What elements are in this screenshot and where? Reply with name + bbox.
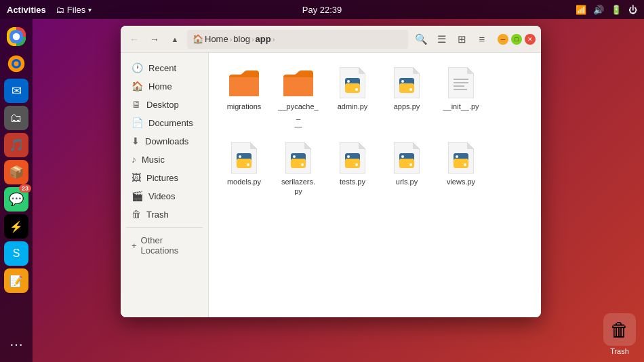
svg-point-45 bbox=[401, 155, 404, 158]
topbar: Activities 🗂 Files ▾ Pay 22:39 📶 🔊 🔋 ⏻ bbox=[0, 0, 644, 19]
svg-point-28 bbox=[247, 163, 249, 166]
fm-sidebar: 🕐 Recent 🏠 Home 🖥 Desktop 📄 Documents ⬇ … bbox=[121, 53, 209, 317]
dock-files[interactable]: 🗂 bbox=[4, 106, 28, 130]
dock-pycharm[interactable]: ⚡ bbox=[4, 214, 28, 239]
fm-content: 🕐 Recent 🏠 Home 🖥 Desktop 📄 Documents ⬇ … bbox=[121, 53, 541, 317]
init-icon bbox=[445, 66, 477, 99]
sidebar-downloads-label: Downloads bbox=[145, 136, 188, 146]
dock-software[interactable]: 📦 bbox=[4, 160, 28, 184]
file-item-views[interactable]: views.py bbox=[437, 139, 485, 199]
up-button[interactable]: ▲ bbox=[167, 31, 183, 47]
forward-button[interactable]: → bbox=[146, 31, 163, 47]
window-controls: ─ □ ✕ bbox=[498, 34, 536, 45]
file-item-serilazers[interactable]: serilazers.py bbox=[274, 139, 323, 199]
sidebar-item-music[interactable]: ♪ Music bbox=[123, 150, 205, 168]
svg-rect-38 bbox=[345, 159, 360, 168]
dock-rhythmbox[interactable]: 🎵 bbox=[4, 133, 28, 157]
svg-point-33 bbox=[293, 155, 296, 158]
sidebar-divider bbox=[126, 227, 203, 228]
svg-marker-48 bbox=[467, 142, 474, 149]
urls-icon bbox=[390, 142, 423, 174]
svg-point-34 bbox=[301, 163, 304, 166]
grid-view-button[interactable]: ⊞ bbox=[453, 31, 470, 48]
trash-label: Trash bbox=[610, 347, 629, 355]
sidebar-item-videos[interactable]: 🎬 Videos bbox=[123, 187, 205, 205]
trash-icon: 🗑 bbox=[132, 209, 141, 220]
svg-point-9 bbox=[347, 80, 350, 83]
trash-icon-box: 🗑 bbox=[603, 313, 636, 346]
file-item-urls[interactable]: urls.py bbox=[382, 139, 431, 199]
trash-area[interactable]: 🗑 Trash bbox=[603, 313, 636, 355]
serilazers-label: serilazers.py bbox=[281, 177, 315, 197]
file-item-models[interactable]: models.py bbox=[220, 139, 268, 199]
dock-firefox[interactable] bbox=[4, 52, 28, 76]
dock-apps[interactable]: ⋯ bbox=[4, 332, 28, 357]
file-item-init[interactable]: __init__.py bbox=[437, 64, 485, 134]
svg-point-40 bbox=[355, 163, 358, 166]
recent-icon: 🕐 bbox=[132, 62, 143, 73]
activities-button[interactable]: Activities bbox=[7, 5, 46, 15]
svg-rect-14 bbox=[399, 83, 414, 93]
svg-point-10 bbox=[355, 88, 358, 91]
dock-chrome[interactable] bbox=[4, 24, 28, 49]
tests-label: tests.py bbox=[340, 177, 365, 186]
battery-icon[interactable]: 🔋 bbox=[611, 5, 622, 15]
sidebar-item-recent[interactable]: 🕐 Recent bbox=[123, 59, 205, 77]
svg-marker-42 bbox=[413, 142, 420, 149]
system-menu-icon[interactable]: ⏻ bbox=[628, 5, 637, 15]
back-button[interactable]: ← bbox=[126, 31, 142, 47]
sidebar-other-locations[interactable]: + Other Locations bbox=[123, 232, 205, 259]
svg-rect-26 bbox=[237, 159, 251, 168]
sidebar-item-home[interactable]: 🏠 Home bbox=[123, 77, 205, 95]
file-item-pycache[interactable]: __pycache__— bbox=[274, 64, 323, 134]
sidebar-desktop-label: Desktop bbox=[146, 100, 179, 110]
sidebar-trash-label: Trash bbox=[146, 209, 169, 220]
svg-point-1 bbox=[13, 33, 20, 41]
file-item-tests[interactable]: tests.py bbox=[328, 139, 377, 199]
network-icon[interactable]: 📶 bbox=[576, 5, 586, 15]
sidebar-item-desktop[interactable]: 🖥 Desktop bbox=[123, 96, 205, 113]
menu-button[interactable]: ≡ bbox=[473, 31, 491, 48]
search-button[interactable]: 🔍 bbox=[412, 31, 430, 48]
svg-point-46 bbox=[409, 163, 412, 166]
topbar-left: Activities 🗂 Files ▾ bbox=[7, 5, 92, 15]
views-icon bbox=[445, 142, 477, 174]
fm-titlebar: ← → ▲ 🏠 Home › blog › app › 🔍 ☰ ⊞ ≡ ─ □ … bbox=[121, 26, 541, 53]
sidebar-item-documents[interactable]: 📄 Documents bbox=[123, 114, 205, 132]
serilazers-icon bbox=[282, 142, 315, 174]
documents-icon: 📄 bbox=[132, 117, 143, 128]
breadcrumb-app[interactable]: app bbox=[256, 34, 271, 44]
downloads-icon: ⬇ bbox=[132, 136, 140, 146]
file-item-apps[interactable]: apps.py bbox=[382, 64, 431, 134]
sidebar-item-downloads[interactable]: ⬇ Downloads bbox=[123, 132, 205, 150]
close-button[interactable]: ✕ bbox=[525, 34, 536, 45]
sidebar-item-trash[interactable]: 🗑 Trash bbox=[123, 205, 205, 223]
pycache-label: __pycache__— bbox=[277, 102, 320, 131]
sidebar-videos-label: Videos bbox=[148, 191, 176, 201]
file-item-admin[interactable]: admin.py bbox=[328, 64, 377, 134]
sidebar-pictures-label: Pictures bbox=[146, 173, 178, 183]
dock-notes[interactable]: 📝 bbox=[4, 268, 28, 293]
files-menu[interactable]: 🗂 Files ▾ bbox=[56, 5, 92, 15]
svg-rect-44 bbox=[399, 159, 414, 168]
svg-marker-12 bbox=[413, 67, 420, 74]
breadcrumb-blog[interactable]: blog bbox=[233, 34, 250, 44]
models-icon bbox=[228, 142, 260, 174]
breadcrumb-home[interactable]: Home bbox=[205, 34, 228, 44]
list-view-button[interactable]: ☰ bbox=[432, 31, 450, 48]
file-manager-window: ← → ▲ 🏠 Home › blog › app › 🔍 ☰ ⊞ ≡ ─ □ … bbox=[121, 26, 541, 317]
breadcrumb: 🏠 Home › blog › app › bbox=[187, 30, 408, 49]
volume-icon[interactable]: 🔊 bbox=[593, 5, 604, 15]
minimize-button[interactable]: ─ bbox=[498, 34, 508, 45]
dock-skype[interactable]: S bbox=[4, 241, 28, 266]
desktop-icon: 🖥 bbox=[132, 99, 141, 110]
sidebar-item-pictures[interactable]: 🖼 Pictures bbox=[123, 169, 205, 186]
views-label: views.py bbox=[447, 177, 475, 186]
dock-mail[interactable]: ✉ bbox=[4, 79, 28, 103]
file-item-migrations[interactable]: migrations bbox=[220, 64, 268, 134]
admin-label: admin.py bbox=[338, 102, 368, 111]
dock-messages[interactable]: 💬 23 bbox=[4, 187, 28, 212]
sidebar-recent-label: Recent bbox=[148, 63, 176, 73]
maximize-button[interactable]: □ bbox=[511, 34, 522, 45]
topbar-right: 📶 🔊 🔋 ⏻ bbox=[576, 5, 637, 15]
